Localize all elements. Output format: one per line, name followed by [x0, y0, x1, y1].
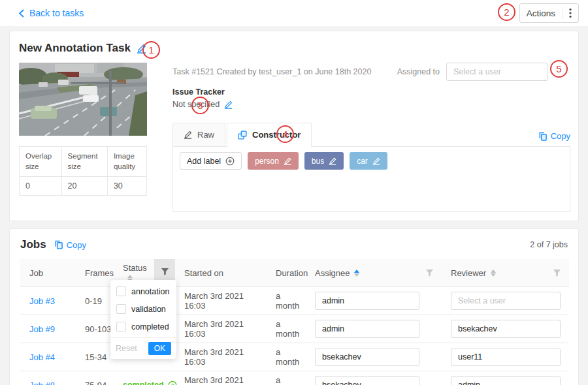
back-to-tasks-link[interactable]: Back to tasks	[18, 8, 84, 18]
duration-cell: a month	[267, 371, 306, 385]
job-reviewer-input[interactable]	[451, 376, 561, 385]
add-label-button[interactable]: Add label	[180, 152, 242, 170]
copy-icon	[54, 240, 63, 249]
col-header-assignee[interactable]: Assignee	[306, 259, 442, 287]
tab-raw[interactable]: Raw	[172, 123, 225, 146]
edit-label-icon[interactable]	[372, 157, 380, 165]
job-assignee-input[interactable]	[315, 292, 419, 310]
duration-cell: a month	[267, 287, 306, 315]
reviewer-filter-button[interactable]	[553, 269, 561, 277]
filter-option-validation[interactable]: validation	[110, 300, 176, 318]
job-link[interactable]: Job #3	[29, 296, 55, 306]
edit-issue-tracker-icon[interactable]	[224, 100, 233, 109]
param-header-overlap: Overlap size	[20, 147, 62, 177]
filter-option-completed[interactable]: completed	[110, 318, 176, 335]
labels-copy-link[interactable]: Copy	[538, 131, 570, 146]
param-value-segment: 20	[61, 177, 107, 196]
tab-raw-label: Raw	[197, 130, 214, 140]
edit-label-icon[interactable]	[284, 157, 291, 165]
labels-copy-label: Copy	[551, 131, 570, 141]
assignee-filter-button[interactable]	[425, 269, 434, 277]
checkbox-validation[interactable]	[116, 304, 126, 314]
started-cell: March 3rd 2021 16:03	[175, 343, 267, 371]
labels-tabs: Raw Constructor Copy	[172, 123, 570, 147]
job-reviewer-input[interactable]	[451, 320, 561, 338]
filter-funnel-icon	[161, 268, 169, 276]
col-header-frames[interactable]: Frames	[76, 259, 114, 287]
task-details-card: New Annotation Task	[9, 31, 579, 221]
filter-option-annotation[interactable]: annotation	[110, 283, 176, 300]
col-header-reviewer[interactable]: Reviewer	[442, 259, 569, 287]
jobs-title: Jobs	[20, 238, 46, 251]
label-bus-name: bus	[312, 157, 324, 166]
param-value-quality: 30	[107, 177, 146, 196]
job-link[interactable]: Job #4	[29, 352, 55, 362]
back-to-tasks-label: Back to tasks	[29, 8, 84, 18]
more-vertical-icon	[569, 8, 572, 18]
started-cell: March 3rd 2021 16:03	[175, 287, 267, 315]
jobs-copy-label: Copy	[67, 240, 86, 250]
issue-tracker-label: Issue Tracker	[172, 87, 225, 97]
svg-text:?: ?	[171, 382, 174, 385]
jobs-copy-link[interactable]: Copy	[54, 240, 86, 250]
table-row: Job #3 0-19 March 3rd 2021 16:03 a month	[20, 287, 569, 315]
sort-carets-reviewer[interactable]	[491, 270, 496, 277]
label-chip-car[interactable]: car	[350, 152, 387, 170]
job-reviewer-input[interactable]	[451, 292, 561, 310]
label-chip-bus[interactable]: bus	[304, 152, 344, 170]
task-title: New Annotation Task	[19, 42, 131, 55]
tab-constructor[interactable]: Constructor	[227, 123, 312, 146]
frames-cell: 0-19	[76, 287, 114, 315]
filter-ok-button[interactable]: OK	[148, 342, 171, 355]
checkbox-annotation[interactable]	[116, 286, 126, 296]
duration-cell: a month	[267, 343, 306, 371]
task-preview-image	[19, 63, 147, 136]
job-link[interactable]: Job #8	[29, 380, 55, 385]
label-chip-person[interactable]: person	[248, 152, 299, 170]
param-value-overlap: 0	[20, 177, 62, 196]
job-link[interactable]: Job #9	[29, 324, 55, 334]
started-cell: March 3rd 2021 16:03	[175, 315, 267, 343]
copy-icon	[538, 132, 547, 141]
edit-label-icon[interactable]	[329, 157, 336, 165]
sort-carets-assignee[interactable]	[354, 270, 359, 277]
task-info-column: Task #1521 Created by test_user_1 on Jun…	[172, 63, 570, 81]
jobs-count: 2 of 7 jobs	[530, 240, 568, 249]
frames-cell: 15-34	[76, 343, 114, 371]
add-label-text: Add label	[187, 157, 221, 166]
callout-3: 3	[191, 97, 209, 114]
block-icon	[238, 131, 247, 140]
jobs-table: Job Frames Status Started on Duration As…	[20, 259, 569, 385]
actions-button[interactable]: Actions	[519, 3, 579, 23]
checkbox-completed[interactable]	[116, 322, 126, 331]
col-header-started[interactable]: Started on	[175, 259, 267, 287]
task-meta-row: Task #1521 Created by test_user_1 on Jun…	[172, 63, 570, 81]
table-row: Job #9 90-103 March 3rd 2021 16:03 a mon…	[20, 315, 569, 343]
started-cell: March 3rd 2021 16:03	[175, 371, 267, 385]
callout-1: 1	[142, 41, 160, 59]
task-detail-page: Back to tasks Actions New Annotation Tas…	[0, 0, 588, 385]
filter-reset-button[interactable]: Reset	[116, 344, 137, 353]
question-circle-icon[interactable]: ?	[168, 380, 177, 385]
plus-circle-icon	[225, 157, 235, 166]
job-assignee-input[interactable]	[315, 348, 419, 366]
pencil-icon	[184, 131, 192, 139]
frames-cell: 75-94	[76, 371, 114, 385]
duration-cell: a month	[267, 315, 306, 343]
job-reviewer-input[interactable]	[451, 348, 561, 366]
filter-footer: Reset OK	[110, 337, 176, 359]
job-assignee-input[interactable]	[315, 320, 419, 338]
actions-label: Actions	[527, 8, 555, 18]
frames-cell: 90-103	[76, 315, 114, 343]
callout-2: 2	[498, 3, 515, 21]
task-title-row: New Annotation Task	[19, 42, 146, 55]
task-assignee-input[interactable]	[446, 63, 548, 81]
job-assignee-input[interactable]	[315, 376, 419, 385]
param-header-segment: Segment size	[61, 147, 107, 177]
jobs-table-header-row: Job Frames Status Started on Duration As…	[20, 259, 569, 287]
callout-4: 4	[276, 125, 294, 143]
col-header-job[interactable]: Job	[20, 259, 76, 287]
col-header-duration[interactable]: Duration	[267, 259, 306, 287]
status-filter-dropdown: annotation validation completed Reset OK	[110, 280, 176, 359]
task-params-table: Overlap size Segment size Image quality …	[19, 146, 147, 196]
